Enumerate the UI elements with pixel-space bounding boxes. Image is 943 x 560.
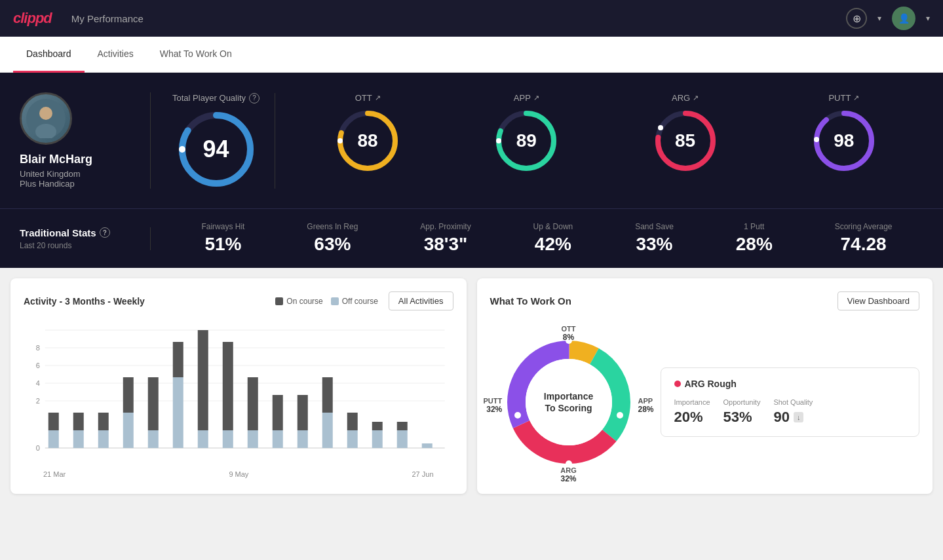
ts-stat-fairways: Fairways Hit 51% <box>201 222 244 255</box>
info-icon[interactable]: ? <box>249 93 260 103</box>
bar-on-10 <box>273 395 283 430</box>
bar-on-6 <box>173 342 183 377</box>
tab-bar: Dashboard Activities What To Work On <box>0 37 943 73</box>
arg-value: 85 <box>675 130 695 151</box>
bar-off-13 <box>347 430 358 448</box>
donut-label-arg: ARG 32% <box>560 466 576 483</box>
svg-text:6: 6 <box>36 362 40 369</box>
ts-stat-updown: Up & Down 42% <box>533 222 573 255</box>
bar-off-10 <box>273 430 283 448</box>
bar-on-13 <box>347 413 358 430</box>
info-card-dot <box>674 381 681 387</box>
app-label: APP ↗ <box>514 93 539 103</box>
putt-arrow: ↗ <box>853 94 859 102</box>
bar-on-2 <box>73 413 84 430</box>
x-labels: 21 Mar 9 May 27 Jun <box>24 468 453 478</box>
metric-importance: Importance 20% <box>674 398 710 426</box>
ts-stat-1putt: 1 Putt 28% <box>736 222 773 255</box>
bar-on-12 <box>322 377 333 413</box>
info-card: ARG Rough Importance 20% Opportunity 53%… <box>661 367 920 437</box>
hero-section: Blair McHarg United Kingdom Plus Handica… <box>0 73 943 208</box>
legend-on-course-dot <box>275 297 283 305</box>
legend-off-course: Off course <box>331 297 378 306</box>
scores-section: Total Player Quality ? 94 OTT <box>151 93 923 189</box>
header-title: My Performance <box>71 13 144 24</box>
bar-off-5 <box>148 430 159 448</box>
add-button[interactable]: ⊕ <box>846 8 867 29</box>
arg-ring: 85 <box>653 108 718 174</box>
ts-info-icon[interactable]: ? <box>100 227 110 238</box>
ott-label: OTT ↗ <box>355 93 381 103</box>
bar-off-4 <box>123 413 134 448</box>
wtwo-content: ImportanceTo Scoring OTT 8% APP 28% ARG … <box>490 324 920 481</box>
arg-arrow: ↗ <box>693 94 699 102</box>
legend-on-course: On course <box>275 297 322 306</box>
svg-point-1 <box>39 107 52 120</box>
arg-label: ARG ↗ <box>672 93 699 103</box>
svg-text:8: 8 <box>36 344 40 352</box>
ott-arrow: ↗ <box>375 94 381 102</box>
app-ring: 89 <box>493 108 559 174</box>
metric-shot-quality: Shot Quality 90 ↓ <box>773 398 813 426</box>
putt-value: 98 <box>834 130 854 151</box>
logo-area: clippd My Performance <box>13 10 144 27</box>
shot-quality-badge: ↓ <box>794 412 804 422</box>
player-name: Blair McHarg <box>20 153 92 166</box>
total-quality-ring: 94 <box>177 110 256 189</box>
cat-score-ott: OTT ↗ 88 <box>335 93 400 189</box>
app-value: 89 <box>516 130 537 151</box>
player-handicap: Plus Handicap <box>20 179 75 189</box>
tab-activities[interactable]: Activities <box>85 37 147 73</box>
bar-on-15 <box>397 422 408 430</box>
bar-on-1 <box>48 413 59 430</box>
ts-stat-proximity: App. Proximity 38'3" <box>420 222 471 255</box>
bar-off-11 <box>298 430 308 448</box>
bar-off-3 <box>98 430 109 448</box>
ts-title-text: Traditional Stats ? <box>20 227 137 238</box>
x-label-3: 27 Jun <box>412 470 433 478</box>
dot-putt <box>514 412 521 419</box>
donut-chart: ImportanceTo Scoring OTT 8% APP 28% ARG … <box>490 324 647 481</box>
bar-on-11 <box>298 395 308 430</box>
bar-on-8 <box>223 342 233 430</box>
view-dashboard-button[interactable]: View Dashboard <box>837 291 919 310</box>
add-chevron: ▾ <box>877 14 881 23</box>
bar-off-7 <box>198 430 208 448</box>
putt-label: PUTT ↗ <box>828 93 859 103</box>
ts-title-area: Traditional Stats ? Last 20 rounds <box>20 227 151 250</box>
what-to-work-on-card: What To Work On View Dashboard <box>477 278 933 494</box>
ts-stat-greens: Greens In Reg 63% <box>307 222 358 255</box>
bar-on-3 <box>98 413 109 430</box>
bar-on-5 <box>148 377 159 430</box>
app-arrow: ↗ <box>533 94 539 102</box>
header: clippd My Performance ⊕ ▾ 👤 ▾ <box>0 0 943 37</box>
activity-title: Activity - 3 Months - Weekly <box>24 296 145 307</box>
bar-on-7 <box>198 330 208 430</box>
x-label-2: 9 May <box>229 470 248 478</box>
all-activities-button[interactable]: All Activities <box>389 291 453 310</box>
tab-what-to-work-on[interactable]: What To Work On <box>147 37 245 73</box>
donut-label-app: APP 28% <box>638 397 653 414</box>
svg-text:4: 4 <box>36 379 40 387</box>
bar-off-2 <box>73 430 84 448</box>
ott-value: 88 <box>358 130 378 151</box>
bar-off-16 <box>422 443 433 448</box>
ts-stat-sandsave: Sand Save 33% <box>635 222 674 255</box>
ts-subtitle: Last 20 rounds <box>20 241 137 250</box>
bar-on-9 <box>248 377 258 430</box>
ott-ring: 88 <box>335 108 400 174</box>
x-label-1: 21 Mar <box>43 470 66 478</box>
wtwo-title: What To Work On <box>490 295 571 307</box>
bottom-section: Activity - 3 Months - Weekly On course O… <box>0 268 943 504</box>
activity-chart-svg: 0 2 4 6 8 <box>24 324 453 468</box>
bar-on-14 <box>372 422 383 430</box>
traditional-stats: Traditional Stats ? Last 20 rounds Fairw… <box>0 208 943 268</box>
info-card-metrics: Importance 20% Opportunity 53% Shot Qual… <box>674 398 906 426</box>
wtwo-header: What To Work On View Dashboard <box>490 291 920 310</box>
bar-off-8 <box>223 430 233 448</box>
user-avatar[interactable]: 👤 <box>892 7 915 30</box>
svg-text:2: 2 <box>36 397 40 405</box>
avatar-chevron: ▾ <box>926 14 930 23</box>
player-info: Blair McHarg United Kingdom Plus Handica… <box>20 92 151 189</box>
tab-dashboard[interactable]: Dashboard <box>13 37 85 73</box>
